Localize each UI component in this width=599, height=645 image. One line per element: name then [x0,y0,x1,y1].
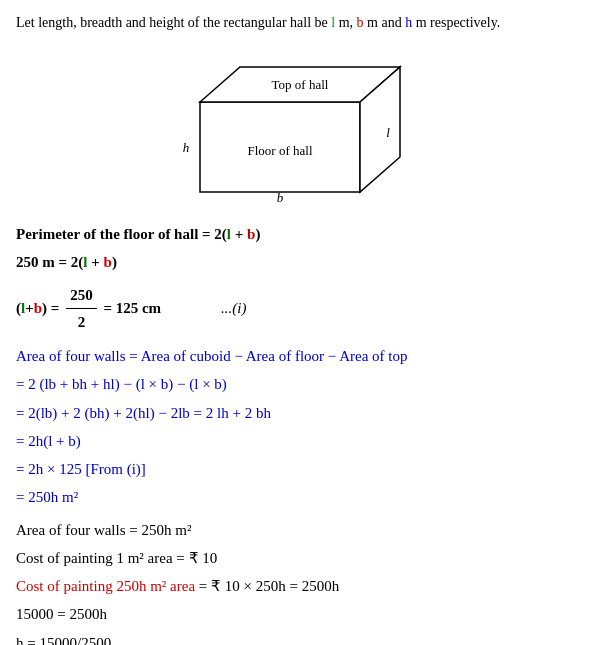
svg-text:Floor of hall: Floor of hall [247,143,312,158]
perimeter-section: Perimeter of the floor of hall = 2(l + b… [16,221,583,335]
svg-text:b: b [276,190,283,205]
svg-text:h: h [182,140,189,155]
area-line5: = 2h × 125 [From (i)] [16,456,583,482]
area-line2: = 2 (lb + bh + hl) − (l × b) − (l × b) [16,371,583,397]
diagram-container: Top of hall Floor of hall h b l [16,47,583,207]
intro-text: Let length, breadth and height of the re… [16,12,583,33]
cost-line3: Cost of painting 250h m² area = ₹ 10 × 2… [16,573,583,599]
perimeter-line1: Perimeter of the floor of hall = 2(l + b… [16,221,583,247]
area-line3: = 2(lb) + 2 (bh) + 2(hl) − 2lb = 2 lh + … [16,400,583,426]
area-section: Area of four walls = Area of cuboid − Ar… [16,343,583,511]
hall-diagram: Top of hall Floor of hall h b l [170,47,430,207]
svg-text:Top of hall: Top of hall [271,77,328,92]
l-variable: l [331,15,335,30]
cost-line4: 15000 = 2500h [16,601,583,627]
area-line4: = 2h(l + b) [16,428,583,454]
cost-section: Area of four walls = 250h m² Cost of pai… [16,517,583,646]
roman-numeral-i: ...(i) [221,295,246,321]
perimeter-line2: 250 m = 2(l + b) [16,249,583,275]
cost-line1: Area of four walls = 250h m² [16,517,583,543]
fraction-250-2: 250 2 [66,282,97,336]
b-variable: b [357,15,364,30]
area-line1: Area of four walls = Area of cuboid − Ar… [16,343,583,369]
perimeter-line3: (l + b) = 250 2 = 125 cm ...(i) [16,282,583,336]
cost-line2: Cost of painting 1 m² area = ₹ 10 [16,545,583,571]
h-variable: h [405,15,412,30]
cost-line5: h = 15000/2500 [16,630,583,646]
svg-text:l: l [386,125,390,140]
area-line6: = 250h m² [16,484,583,510]
